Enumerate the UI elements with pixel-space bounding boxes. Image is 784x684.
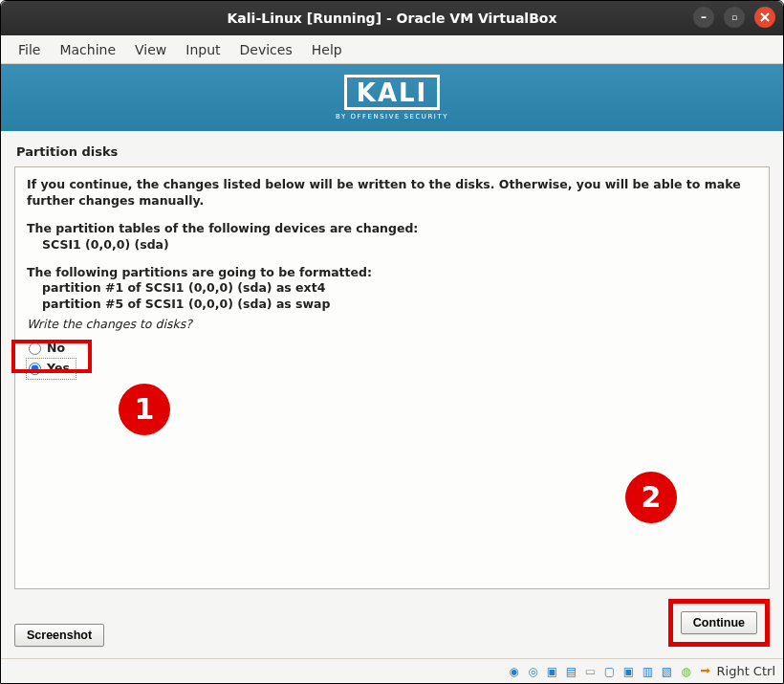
menubar: File Machine View Input Devices Help <box>1 35 783 64</box>
button-row: Screenshot Continue <box>14 589 770 651</box>
partition-panel: If you continue, the changes listed belo… <box>14 166 770 589</box>
menu-input[interactable]: Input <box>178 38 228 61</box>
menu-machine[interactable]: Machine <box>52 38 123 61</box>
host-key-label: Right Ctrl <box>717 664 776 678</box>
radio-yes-label: Yes <box>47 361 70 377</box>
radio-no-row[interactable]: No <box>27 339 757 359</box>
menu-devices[interactable]: Devices <box>232 38 300 61</box>
maximize-button[interactable]: ▫ <box>724 7 745 28</box>
recording-icon[interactable]: ▣ <box>621 664 637 679</box>
warning-text: If you continue, the changes listed belo… <box>27 177 757 210</box>
usb-icon[interactable]: ▤ <box>564 664 579 679</box>
window-title: Kali-Linux [Running] - Oracle VM Virtual… <box>228 11 557 26</box>
tables-item: SCSI1 (0,0,0) (sda) <box>27 237 757 254</box>
hdd-icon[interactable]: ◉ <box>507 664 522 679</box>
highlight-continue: Continue <box>668 599 770 647</box>
menu-file[interactable]: File <box>11 38 48 61</box>
minimize-button[interactable]: – <box>693 7 714 28</box>
kali-logo-text: KALI <box>344 75 441 111</box>
menu-view[interactable]: View <box>127 38 174 61</box>
audio-icon[interactable]: ▥ <box>641 664 656 679</box>
screenshot-button[interactable]: Screenshot <box>14 624 104 647</box>
titlebar: Kali-Linux [Running] - Oracle VM Virtual… <box>1 1 783 35</box>
arrow-icon[interactable]: ⮕ <box>698 664 713 679</box>
display-icon[interactable]: ▢ <box>602 664 618 679</box>
radio-yes-row[interactable]: Yes <box>27 359 76 379</box>
kali-logo-subtext: BY OFFENSIVE SECURITY <box>336 113 448 121</box>
format-item-2: partition #5 of SCSI1 (0,0,0) (sda) as s… <box>27 297 757 313</box>
keyboard-icon[interactable]: ◍ <box>679 664 694 679</box>
kali-banner: KALI BY OFFENSIVE SECURITY <box>1 64 783 131</box>
radio-no[interactable] <box>29 342 41 355</box>
write-question: Write the changes to disks? <box>27 317 757 333</box>
network-icon[interactable]: ▣ <box>545 664 560 679</box>
section-title: Partition disks <box>14 141 770 166</box>
installer-content: Partition disks If you continue, the cha… <box>1 131 783 658</box>
tables-heading: The partition tables of the following de… <box>27 221 757 237</box>
callout-2: 2 <box>625 472 677 523</box>
window-controls: – ▫ <box>693 7 775 28</box>
optical-icon[interactable]: ◎ <box>526 664 541 679</box>
vm-window: Kali-Linux [Running] - Oracle VM Virtual… <box>0 0 784 684</box>
format-item-1: partition #1 of SCSI1 (0,0,0) (sda) as e… <box>27 280 757 297</box>
radio-no-label: No <box>47 341 65 357</box>
mouse-icon[interactable]: ▧ <box>660 664 675 679</box>
format-heading: The following partitions are going to be… <box>27 265 757 281</box>
kali-logo: KALI BY OFFENSIVE SECURITY <box>336 75 448 121</box>
continue-button[interactable]: Continue <box>681 611 757 634</box>
menu-help[interactable]: Help <box>304 38 350 61</box>
radio-yes[interactable] <box>29 363 41 375</box>
statusbar: ◉ ◎ ▣ ▤ ▭ ▢ ▣ ▥ ▧ ◍ ⮕ Right Ctrl <box>1 658 783 683</box>
close-button[interactable] <box>754 7 775 28</box>
callout-1: 1 <box>119 384 170 435</box>
shared-folders-icon[interactable]: ▭ <box>583 664 599 679</box>
